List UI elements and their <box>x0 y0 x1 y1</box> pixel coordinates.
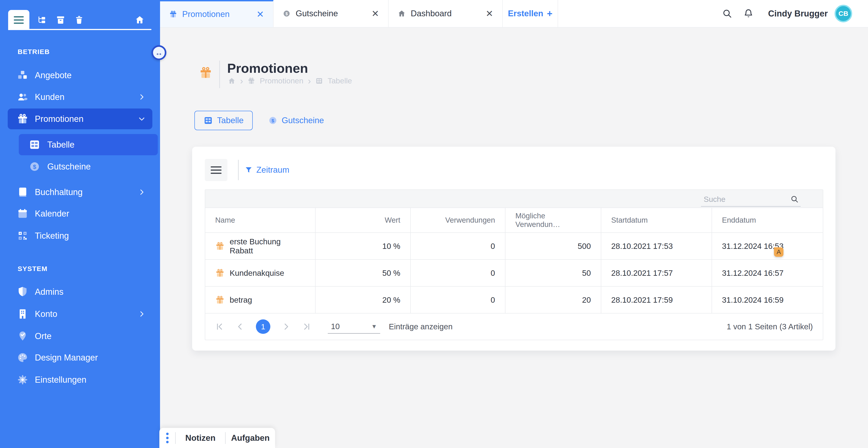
sidebar-collapse-button[interactable]: ↔ <box>151 45 166 60</box>
cell-wert: 20 % <box>315 287 411 313</box>
sidebar-item-design-manager[interactable]: Design Manager <box>8 347 152 369</box>
close-icon[interactable]: ✕ <box>250 9 264 20</box>
prev-page-icon[interactable] <box>236 322 245 331</box>
offers-icon <box>17 69 29 81</box>
filter-zeitraum-button[interactable]: Zeitraum <box>245 159 289 181</box>
table-row[interactable]: erste Buchung Rabatt 10 % 0 500 28.10.20… <box>205 233 823 260</box>
sidebar-item-label: Kunden <box>35 92 64 102</box>
search-icon[interactable] <box>722 8 733 19</box>
page-size-select[interactable]: 10 ▼ <box>328 320 380 333</box>
filter-icon <box>245 166 253 174</box>
dock-aufgaben[interactable]: Aufgaben <box>225 433 275 443</box>
search-input[interactable] <box>701 195 790 204</box>
sidebar-item-angebote[interactable]: Angebote <box>8 64 152 86</box>
gift-icon <box>215 242 225 251</box>
user-name[interactable]: Cindy Brugger <box>768 9 828 19</box>
bell-icon[interactable] <box>743 8 754 19</box>
table-menu-button[interactable] <box>205 159 227 181</box>
close-icon[interactable]: ✕ <box>479 8 493 19</box>
sidebar-item-ticketing[interactable]: Ticketing <box>8 225 152 247</box>
menu-toggle-button[interactable] <box>8 10 29 30</box>
sidebar-item-gutscheine[interactable]: $ Gutscheine <box>19 156 158 178</box>
tab-label: Dashboard <box>411 9 452 18</box>
cell-startdatum: 28.10.2021 17:57 <box>601 260 712 286</box>
cell-enddatum: 31.12.2024 16:57 <box>712 260 823 286</box>
sidebar-item-promotionen[interactable]: Promotionen <box>8 108 152 129</box>
settings-icon <box>17 374 29 386</box>
voucher-icon: $ <box>283 9 291 18</box>
sidebar-section-system: SYSTEM <box>18 265 48 273</box>
home-icon[interactable] <box>228 77 236 85</box>
avatar-initials: CB <box>838 10 848 18</box>
cell-startdatum: 28.10.2021 17:53 <box>601 233 712 259</box>
voucher-icon: $ <box>29 161 40 172</box>
tab-promotionen[interactable]: Promotionen ✕ <box>160 0 274 27</box>
sidebar-item-label: Promotionen <box>35 114 84 124</box>
breadcrumb-item[interactable]: Promotionen <box>260 76 303 85</box>
table-row[interactable]: Kundenakquise 50 % 0 50 28.10.2021 17:57… <box>205 260 823 287</box>
chevron-right-icon <box>138 188 146 196</box>
svg-text:$: $ <box>33 163 36 170</box>
sidebar-item-label: Angebote <box>35 70 72 80</box>
page-number-button[interactable]: 1 <box>256 319 270 334</box>
view-table-button[interactable]: Tabelle <box>194 111 253 130</box>
calendar-icon <box>17 208 29 220</box>
archive-icon[interactable] <box>56 15 66 25</box>
folder-tree-icon[interactable] <box>37 15 47 25</box>
column-header-name[interactable]: Name <box>205 208 315 232</box>
avatar[interactable]: CB <box>835 5 852 22</box>
table-row[interactable]: betrag 20 % 0 20 28.10.2021 17:59 31.10.… <box>205 287 823 314</box>
cell-moegliche: 20 <box>505 287 601 313</box>
dots-icon[interactable] <box>159 433 175 443</box>
gift-icon <box>248 77 255 85</box>
sidebar-item-konto[interactable]: Konto <box>8 303 152 325</box>
cell-startdatum: 28.10.2021 17:59 <box>601 287 712 313</box>
tab-dashboard[interactable]: Dashboard ✕ <box>389 0 503 27</box>
table-icon <box>29 139 40 151</box>
home-icon[interactable] <box>135 15 145 25</box>
table-frame: Name Wert Verwendungen Mögliche Verwendu… <box>205 189 823 340</box>
sidebar-item-admins[interactable]: Admins <box>8 281 152 303</box>
cell-moegliche: 50 <box>505 260 601 286</box>
sidebar-item-kunden[interactable]: Kunden <box>8 86 152 108</box>
first-page-icon[interactable] <box>215 322 224 331</box>
sidebar-item-orte[interactable]: Orte <box>8 325 152 347</box>
gift-icon <box>215 295 225 305</box>
view-vouchers-button[interactable]: $ Gutscheine <box>264 111 329 130</box>
pagination: 1 10 ▼ Einträge anzeigen 1 von 1 Seiten … <box>205 314 823 340</box>
sidebar-item-buchhaltung[interactable]: Buchhaltung <box>8 181 152 203</box>
tab-erstellen[interactable]: Erstellen + <box>503 0 558 27</box>
page-gift-icon <box>199 66 213 79</box>
dock-notizen[interactable]: Notizen <box>176 433 225 443</box>
sidebar-item-label: Design Manager <box>35 353 98 362</box>
column-header-wert[interactable]: Wert <box>315 208 411 232</box>
sidebar: BETRIEB Angebote Kunden Promotionen <box>0 0 160 448</box>
breadcrumb: › Promotionen › Tabelle <box>228 76 352 85</box>
column-header-enddatum[interactable]: Enddatum <box>712 208 823 232</box>
sidebar-item-kalender[interactable]: Kalender <box>8 203 152 224</box>
breadcrumb-item[interactable]: Tabelle <box>328 76 352 85</box>
filter-label: Zeitraum <box>256 165 289 175</box>
cell-name: Kundenakquise <box>230 268 284 278</box>
places-icon <box>17 330 29 342</box>
cell-verwendungen: 0 <box>411 260 505 286</box>
column-header-verwendungen[interactable]: Verwendungen <box>411 208 505 232</box>
close-icon[interactable]: ✕ <box>365 8 379 19</box>
topbar-actions: Cindy Brugger CB <box>711 0 868 27</box>
search-icon[interactable] <box>790 195 799 203</box>
sidebar-item-label: Ticketing <box>35 231 69 241</box>
trash-icon[interactable] <box>74 15 84 25</box>
sidebar-item-tabelle[interactable]: Tabelle <box>19 134 158 155</box>
column-header-startdatum[interactable]: Startdatum <box>601 208 712 232</box>
sidebar-item-label: Tabelle <box>47 140 74 150</box>
column-header-moegliche[interactable]: Mögliche Verwendun… <box>505 208 601 232</box>
toolbar-divider <box>238 160 239 180</box>
collapse-icon: ↔ <box>155 49 163 57</box>
cell-verwendungen: 0 <box>411 287 505 313</box>
next-page-icon[interactable] <box>282 322 291 331</box>
gift-icon <box>17 113 29 125</box>
last-page-icon[interactable] <box>302 322 311 331</box>
sidebar-header <box>0 0 160 30</box>
tab-gutscheine[interactable]: $ Gutscheine ✕ <box>274 0 389 27</box>
sidebar-item-einstellungen[interactable]: Einstellungen <box>8 369 152 391</box>
